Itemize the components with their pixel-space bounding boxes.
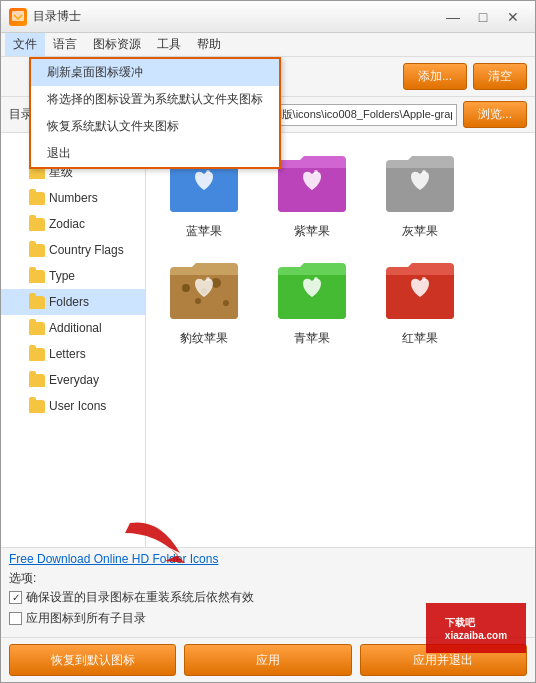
app-icon [9,8,27,26]
sidebar-item-letters[interactable]: Letters [1,341,145,367]
option-checkbox-2[interactable] [9,612,22,625]
title-bar: 目录博士 — □ ✕ [1,1,535,33]
main-window: 目录博士 — □ ✕ 文件 语言 图标资源 工具 帮助 刷新桌面图标缓冲 将选择… [0,0,536,683]
menu-item-icon-resource[interactable]: 图标资源 [85,33,149,56]
sidebar-item-type[interactable]: Type [1,263,145,289]
icon-label-green-apple: 青苹果 [294,330,330,347]
option-label-1: 确保设置的目录图标在重装系统后依然有效 [26,589,254,606]
svg-point-9 [206,277,210,281]
window-title: 目录博士 [33,8,81,25]
svg-point-4 [182,284,190,292]
icon-label-purple-apple: 紫苹果 [294,223,330,240]
svg-point-5 [195,298,201,304]
restore-default-button[interactable]: 恢复到默认图标 [9,644,176,676]
sidebar-item-numbers[interactable]: Numbers [1,185,145,211]
menu-bar: 文件 语言 图标资源 工具 帮助 刷新桌面图标缓冲 将选择的图标设置为系统默认文… [1,33,535,57]
icon-item-leopard-apple[interactable]: 豹纹苹果 [154,248,254,347]
folder-icon [29,270,45,283]
close-button[interactable]: ✕ [499,6,527,28]
main-content: 颜色 星级 Numbers Zodiac Country Flags Type [1,133,535,547]
folder-icon [29,348,45,361]
icon-item-gray-apple[interactable]: 灰苹果 [370,141,470,240]
icon-img-red-apple [380,248,460,328]
dropdown-item-restore-default[interactable]: 恢复系统默认文件夹图标 [31,113,279,140]
sidebar: 颜色 星级 Numbers Zodiac Country Flags Type [1,133,146,547]
add-button[interactable]: 添加... [403,63,467,90]
menu-item-tools[interactable]: 工具 [149,33,189,56]
svg-point-1 [206,170,210,174]
svg-point-10 [314,277,318,281]
icon-label-red-apple: 红苹果 [402,330,438,347]
svg-point-3 [422,170,426,174]
file-dropdown-menu: 刷新桌面图标缓冲 将选择的图标设置为系统默认文件夹图标 恢复系统默认文件夹图标 … [29,57,281,169]
menu-item-language[interactable]: 语言 [45,33,85,56]
icon-grid: 蓝苹果 紫苹果 [146,133,535,547]
icon-img-green-apple [272,248,352,328]
sidebar-item-folders[interactable]: Folders [1,289,145,315]
sidebar-item-additional[interactable]: Additional [1,315,145,341]
browse-button[interactable]: 浏览... [463,101,527,128]
sidebar-item-everyday[interactable]: Everyday [1,367,145,393]
sidebar-item-country-flags[interactable]: Country Flags [1,237,145,263]
sidebar-item-zodiac[interactable]: Zodiac [1,211,145,237]
clear-button[interactable]: 清空 [473,63,527,90]
menu-item-help[interactable]: 帮助 [189,33,229,56]
window-controls: — □ ✕ [439,6,527,28]
options-label: 选项: [9,571,36,585]
icon-img-purple-apple [272,141,352,221]
watermark: 下载吧xiazaiba.com [426,603,526,653]
icon-item-green-apple[interactable]: 青苹果 [262,248,362,347]
folder-icon [29,374,45,387]
apply-button[interactable]: 应用 [184,644,351,676]
icon-img-gray-apple [380,141,460,221]
minimize-button[interactable]: — [439,6,467,28]
menu-item-file[interactable]: 文件 [5,33,45,56]
icon-label-blue-apple: 蓝苹果 [186,223,222,240]
svg-point-11 [422,277,426,281]
free-download-text[interactable]: Free Download Online HD Folder Icons [9,552,218,566]
icon-img-leopard-apple [164,248,244,328]
option-label-2: 应用图标到所有子目录 [26,610,146,627]
folder-icon [29,244,45,257]
sidebar-item-user-icons[interactable]: User Icons [1,393,145,419]
svg-point-2 [314,170,318,174]
maximize-button[interactable]: □ [469,6,497,28]
folder-icon-open [29,296,45,309]
title-bar-left: 目录博士 [9,8,81,26]
folder-icon [29,400,45,413]
icon-row-2: 豹纹苹果 青苹果 [154,248,527,347]
dropdown-item-set-default[interactable]: 将选择的图标设置为系统默认文件夹图标 [31,86,279,113]
icon-label-leopard-apple: 豹纹苹果 [180,330,228,347]
icon-item-red-apple[interactable]: 红苹果 [370,248,470,347]
folder-icon [29,192,45,205]
folder-icon [29,322,45,335]
dropdown-item-refresh[interactable]: 刷新桌面图标缓冲 [31,59,279,86]
icon-label-gray-apple: 灰苹果 [402,223,438,240]
option-checkbox-1[interactable] [9,591,22,604]
folder-icon [29,218,45,231]
svg-point-7 [223,300,229,306]
free-download-link[interactable]: Free Download Online HD Folder Icons [9,552,527,566]
dropdown-item-exit[interactable]: 退出 [31,140,279,167]
